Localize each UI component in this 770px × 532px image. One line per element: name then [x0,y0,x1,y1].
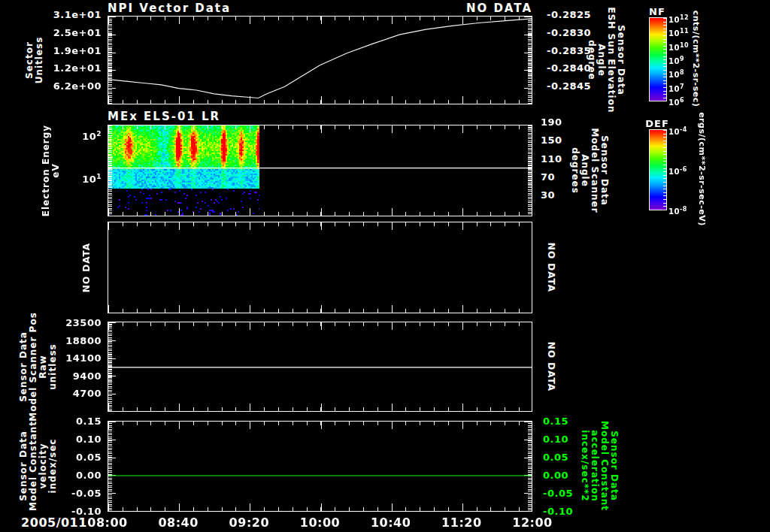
panel5-left-tick-label: 0.10 [40,434,102,445]
def-colorbar-tick-label: 10-6 [668,165,687,177]
panel4-left-tick-label: 9400 [40,371,102,382]
panel2-right-tick-label: 70 [541,172,555,183]
panel2-scanner-angle-line [108,125,532,216]
panel1-no-data-label: NO DATA [466,2,532,15]
panel3-bottom-major-ticks [108,305,532,313]
panel4-left-tick-label: 14100 [40,353,102,364]
x-axis-tick-label: 08:40 [158,515,198,530]
panel1-left-tick-label: 6.2e+00 [40,81,102,92]
def-colorbar [649,129,667,210]
panel5-right-tick-label: 0.10 [543,434,568,445]
panel3-empty-plot [108,222,532,313]
panel2-title: MEx ELS-01 LR [108,110,220,123]
def-colorbar-tick-label: 10-8 [668,204,687,217]
nf-colorbar-tick-label: 107 [668,82,684,95]
panel2-right-tick-label: 110 [541,154,562,165]
nf-colorbar-tick-label: 1010 [668,41,689,53]
panel2-left-tick-label: 101 [40,171,102,185]
panel2-right-tick-label: 30 [541,190,555,201]
panel4-scanner-pos-line [108,322,532,411]
panel1-right-tick-label: -0.2825 [547,10,591,20]
nf-colorbar-tick-label: 109 [668,54,684,67]
panel5-left-tick-label: 0.05 [40,452,102,463]
nf-colorbar-tick-label: 108 [668,68,684,80]
panel1-title: NPI Vector Data [108,2,231,15]
panel5-right-tick-label: 0.15 [543,416,568,427]
x-axis-tick-label: 10:40 [371,515,411,530]
panel4-left-tick-label: 4700 [40,388,102,399]
panel1-npi-vector-data-plot [108,16,532,104]
panel5-left-tick-label: -0.05 [40,488,102,499]
x-axis-tick-label: 08:00 [87,515,127,530]
panel1-right-tick-label: -0.2845 [547,81,591,92]
def-colorbar-tick-label: 10-4 [668,125,687,138]
panel1-right-tick-label: -0.2835 [547,46,591,56]
panel5-left-tick-label: 0.00 [40,470,102,481]
x-axis-tick-label: 09:20 [229,515,269,530]
panel3-top-major-ticks [108,222,532,230]
panel2-right-tick-label: 150 [541,135,562,146]
panel1-right-tick-label: -0.2840 [547,63,591,74]
nf-colorbar-ticks [663,18,666,101]
panel2-els-spectrogram-plot [108,125,532,216]
x-axis-tick-label: 10:00 [300,515,340,530]
panel5-right-tick-label: 0.00 [543,470,568,481]
nf-colorbar-tick-label: 1012 [668,13,689,26]
pds-plot-page: NPI Vector Data NO DATA MEx ELS-01 LR [0,0,770,532]
panel4-left-tick-label: 23500 [40,318,102,328]
panel1-left-tick-label: 1.9e+01 [40,46,102,56]
panel1-sun-elevation-curve [108,17,532,104]
panel2-left-tick-label: 102 [40,128,102,142]
nf-colorbar-tick-label: 1011 [668,26,689,39]
panel5-right-tick-label: 0.05 [543,452,568,463]
panel1-left-tick-label: 3.1e+01 [40,10,102,20]
panel5-acceleration-line [108,422,532,511]
panel2-right-tick-label: 190 [541,117,562,128]
panel4-scanner-pos-plot [108,322,532,412]
nf-colorbar-tick-label: 106 [668,95,684,108]
panel4-left-tick-label: 18800 [40,336,102,346]
def-colorbar-ticks [663,130,666,210]
panel5-model-constant-plot [108,421,532,512]
panel1-right-tick-label: -0.2830 [547,28,591,38]
x-axis-tick-label: 12:00 [512,515,552,530]
x-axis-date-label: 2005/011 [21,515,87,530]
panel1-left-tick-label: 1.2e+01 [40,63,102,74]
nf-colorbar [649,17,667,101]
panel5-right-tick-label: -0.05 [543,488,573,499]
x-axis-tick-label: 11:20 [441,515,481,530]
panel1-left-tick-label: 2.5e+01 [40,28,102,38]
panel5-left-tick-label: 0.15 [40,416,102,427]
